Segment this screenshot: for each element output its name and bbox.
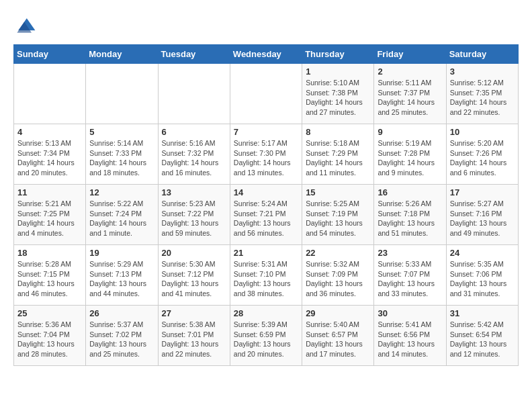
calendar-cell [14, 64, 86, 124]
calendar-cell [230, 64, 302, 124]
calendar-cell: 6Sunrise: 5:16 AM Sunset: 7:32 PM Daylig… [158, 124, 230, 185]
day-number: 19 [89, 248, 154, 258]
day-info: Sunrise: 5:23 AM Sunset: 7:22 PM Dayligh… [162, 199, 226, 238]
day-info: Sunrise: 5:27 AM Sunset: 7:16 PM Dayligh… [450, 199, 515, 238]
day-number: 21 [234, 248, 298, 258]
day-number: 31 [450, 308, 515, 318]
weekday-header-row: SundayMondayTuesdayWednesdayThursdayFrid… [14, 45, 519, 64]
calendar-cell: 23Sunrise: 5:33 AM Sunset: 7:07 PM Dayli… [374, 245, 446, 306]
day-info: Sunrise: 5:21 AM Sunset: 7:25 PM Dayligh… [17, 199, 82, 238]
day-number: 13 [162, 187, 226, 197]
day-info: Sunrise: 5:22 AM Sunset: 7:24 PM Dayligh… [89, 199, 154, 238]
day-info: Sunrise: 5:26 AM Sunset: 7:18 PM Dayligh… [378, 199, 442, 238]
calendar-cell: 2Sunrise: 5:11 AM Sunset: 7:37 PM Daylig… [374, 64, 446, 124]
day-info: Sunrise: 5:33 AM Sunset: 7:07 PM Dayligh… [378, 259, 442, 299]
calendar-cell: 19Sunrise: 5:29 AM Sunset: 7:13 PM Dayli… [86, 245, 158, 306]
calendar-cell: 28Sunrise: 5:39 AM Sunset: 6:59 PM Dayli… [230, 306, 302, 366]
calendar-cell: 20Sunrise: 5:30 AM Sunset: 7:12 PM Dayli… [158, 245, 230, 306]
week-row-1: 4Sunrise: 5:13 AM Sunset: 7:34 PM Daylig… [14, 124, 519, 185]
week-row-4: 25Sunrise: 5:36 AM Sunset: 7:04 PM Dayli… [14, 306, 519, 366]
day-number: 12 [89, 187, 154, 197]
day-number: 26 [89, 308, 154, 318]
weekday-header-wednesday: Wednesday [230, 45, 302, 64]
day-number: 29 [306, 308, 370, 318]
day-info: Sunrise: 5:10 AM Sunset: 7:38 PM Dayligh… [306, 78, 370, 118]
day-number: 9 [378, 127, 442, 137]
day-info: Sunrise: 5:24 AM Sunset: 7:21 PM Dayligh… [234, 199, 298, 238]
day-info: Sunrise: 5:14 AM Sunset: 7:33 PM Dayligh… [89, 138, 154, 178]
weekday-header-monday: Monday [86, 45, 158, 64]
calendar-cell [158, 64, 230, 124]
day-number: 20 [162, 248, 226, 258]
weekday-header-thursday: Thursday [302, 45, 374, 64]
calendar-cell: 3Sunrise: 5:12 AM Sunset: 7:35 PM Daylig… [446, 64, 518, 124]
calendar-table: SundayMondayTuesdayWednesdayThursdayFrid… [13, 44, 519, 366]
calendar-cell: 10Sunrise: 5:20 AM Sunset: 7:26 PM Dayli… [446, 124, 518, 185]
week-row-3: 18Sunrise: 5:28 AM Sunset: 7:15 PM Dayli… [14, 245, 519, 306]
calendar-cell [86, 64, 158, 124]
calendar-cell: 26Sunrise: 5:37 AM Sunset: 7:02 PM Dayli… [86, 306, 158, 366]
day-info: Sunrise: 5:31 AM Sunset: 7:10 PM Dayligh… [234, 259, 298, 299]
calendar-cell: 8Sunrise: 5:18 AM Sunset: 7:29 PM Daylig… [302, 124, 374, 185]
weekday-header-friday: Friday [374, 45, 446, 64]
day-info: Sunrise: 5:11 AM Sunset: 7:37 PM Dayligh… [378, 78, 442, 118]
day-number: 15 [306, 187, 370, 197]
calendar-cell: 25Sunrise: 5:36 AM Sunset: 7:04 PM Dayli… [14, 306, 86, 366]
day-number: 3 [450, 66, 515, 77]
day-number: 11 [17, 187, 82, 197]
day-info: Sunrise: 5:39 AM Sunset: 6:59 PM Dayligh… [234, 320, 298, 359]
day-number: 4 [17, 127, 82, 137]
calendar-cell: 30Sunrise: 5:41 AM Sunset: 6:56 PM Dayli… [374, 306, 446, 366]
day-info: Sunrise: 5:38 AM Sunset: 7:01 PM Dayligh… [162, 320, 226, 359]
day-number: 28 [234, 308, 298, 318]
day-number: 24 [450, 248, 515, 258]
day-info: Sunrise: 5:12 AM Sunset: 7:35 PM Dayligh… [450, 78, 515, 118]
day-number: 8 [306, 127, 370, 137]
day-number: 14 [234, 187, 298, 197]
day-number: 5 [89, 127, 154, 137]
calendar-cell: 7Sunrise: 5:17 AM Sunset: 7:30 PM Daylig… [230, 124, 302, 185]
calendar-cell: 22Sunrise: 5:32 AM Sunset: 7:09 PM Dayli… [302, 245, 374, 306]
day-number: 6 [162, 127, 226, 137]
weekday-header-tuesday: Tuesday [158, 45, 230, 64]
day-info: Sunrise: 5:29 AM Sunset: 7:13 PM Dayligh… [89, 259, 154, 299]
day-info: Sunrise: 5:17 AM Sunset: 7:30 PM Dayligh… [234, 138, 298, 178]
calendar-cell: 27Sunrise: 5:38 AM Sunset: 7:01 PM Dayli… [158, 306, 230, 366]
week-row-2: 11Sunrise: 5:21 AM Sunset: 7:25 PM Dayli… [14, 185, 519, 245]
day-info: Sunrise: 5:19 AM Sunset: 7:28 PM Dayligh… [378, 138, 442, 178]
logo-icon [13, 13, 38, 38]
day-info: Sunrise: 5:41 AM Sunset: 6:56 PM Dayligh… [378, 320, 442, 359]
day-info: Sunrise: 5:16 AM Sunset: 7:32 PM Dayligh… [162, 138, 226, 178]
calendar-cell: 13Sunrise: 5:23 AM Sunset: 7:22 PM Dayli… [158, 185, 230, 245]
day-info: Sunrise: 5:18 AM Sunset: 7:29 PM Dayligh… [306, 138, 370, 178]
calendar-cell: 12Sunrise: 5:22 AM Sunset: 7:24 PM Dayli… [86, 185, 158, 245]
day-info: Sunrise: 5:25 AM Sunset: 7:19 PM Dayligh… [306, 199, 370, 238]
day-info: Sunrise: 5:13 AM Sunset: 7:34 PM Dayligh… [17, 138, 82, 178]
day-number: 7 [234, 127, 298, 137]
calendar-cell: 24Sunrise: 5:35 AM Sunset: 7:06 PM Dayli… [446, 245, 518, 306]
day-number: 25 [17, 308, 82, 318]
calendar-cell: 11Sunrise: 5:21 AM Sunset: 7:25 PM Dayli… [14, 185, 86, 245]
day-number: 27 [162, 308, 226, 318]
calendar-cell: 4Sunrise: 5:13 AM Sunset: 7:34 PM Daylig… [14, 124, 86, 185]
weekday-header-saturday: Saturday [446, 45, 518, 64]
day-number: 1 [306, 66, 370, 77]
calendar-cell: 1Sunrise: 5:10 AM Sunset: 7:38 PM Daylig… [302, 64, 374, 124]
calendar-cell: 21Sunrise: 5:31 AM Sunset: 7:10 PM Dayli… [230, 245, 302, 306]
day-info: Sunrise: 5:20 AM Sunset: 7:26 PM Dayligh… [450, 138, 515, 178]
day-number: 16 [378, 187, 442, 197]
day-number: 22 [306, 248, 370, 258]
page-header [13, 13, 519, 38]
day-number: 17 [450, 187, 515, 197]
day-info: Sunrise: 5:30 AM Sunset: 7:12 PM Dayligh… [162, 259, 226, 299]
day-number: 23 [378, 248, 442, 258]
day-info: Sunrise: 5:32 AM Sunset: 7:09 PM Dayligh… [306, 259, 370, 299]
calendar-cell: 29Sunrise: 5:40 AM Sunset: 6:57 PM Dayli… [302, 306, 374, 366]
calendar-cell: 31Sunrise: 5:42 AM Sunset: 6:54 PM Dayli… [446, 306, 518, 366]
day-number: 2 [378, 66, 442, 77]
calendar-cell: 9Sunrise: 5:19 AM Sunset: 7:28 PM Daylig… [374, 124, 446, 185]
calendar-cell: 17Sunrise: 5:27 AM Sunset: 7:16 PM Dayli… [446, 185, 518, 245]
day-info: Sunrise: 5:40 AM Sunset: 6:57 PM Dayligh… [306, 320, 370, 359]
day-number: 10 [450, 127, 515, 137]
calendar-cell: 18Sunrise: 5:28 AM Sunset: 7:15 PM Dayli… [14, 245, 86, 306]
